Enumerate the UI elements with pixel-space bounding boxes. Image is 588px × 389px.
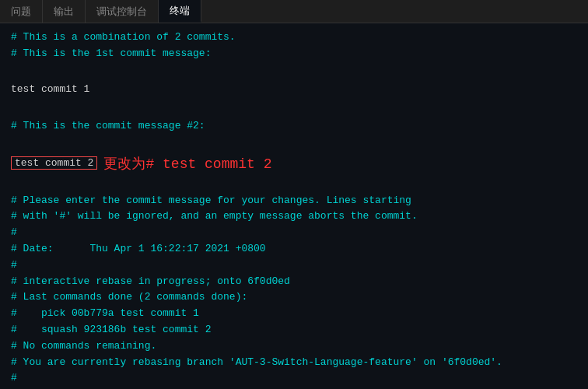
tab-bar: 问题 输出 调试控制台 终端 bbox=[0, 0, 588, 23]
app-container: 问题 输出 调试控制台 终端 # This is a combination o… bbox=[0, 0, 588, 389]
line-commit2-row: test commit 2 更改为# test commit 2 bbox=[11, 154, 577, 173]
annotation-text: 更改为# test commit 2 bbox=[103, 154, 271, 173]
line-squash: # squash 923186b test commit 2 bbox=[11, 322, 577, 338]
terminal-content: # This is a combination of 2 commits. # … bbox=[0, 23, 588, 389]
line-branch: # You are currently rebasing branch 'AUT… bbox=[11, 355, 577, 371]
line-5: # with '#' will be ignored, and an empty… bbox=[11, 209, 577, 225]
spacer-3 bbox=[11, 134, 577, 154]
line-last-cmd: # Last commands done (2 commands done): bbox=[11, 289, 577, 306]
line-8: # bbox=[11, 370, 577, 387]
tab-terminal[interactable]: 终端 bbox=[159, 0, 201, 23]
line-2: # This is the 1st commit message: bbox=[11, 46, 577, 62]
spacer-2 bbox=[11, 98, 577, 118]
line-1: # This is a combination of 2 commits. bbox=[11, 30, 577, 46]
line-pick: # pick 00b779a test commit 1 bbox=[11, 306, 577, 322]
line-date: # Date: Thu Apr 1 16:22:17 2021 +0800 bbox=[11, 241, 577, 258]
line-rebase: # interactive rebase in progress; onto 6… bbox=[11, 274, 577, 290]
line-3: # This is the commit message #2: bbox=[11, 118, 577, 135]
line-6: # bbox=[11, 225, 577, 241]
line-7: # bbox=[11, 258, 577, 274]
tab-output[interactable]: 输出 bbox=[43, 0, 86, 23]
line-commit1: test commit 1 bbox=[11, 82, 577, 98]
spacer-1 bbox=[11, 62, 577, 82]
tab-debug-console[interactable]: 调试控制台 bbox=[86, 0, 159, 23]
line-no-cmd: # No commands remaining. bbox=[11, 338, 577, 355]
tab-issues[interactable]: 问题 bbox=[0, 0, 43, 23]
commit2-boxed: test commit 2 bbox=[11, 156, 97, 170]
line-4: # Please enter the commit message for yo… bbox=[11, 193, 577, 209]
spacer-4 bbox=[11, 173, 577, 193]
